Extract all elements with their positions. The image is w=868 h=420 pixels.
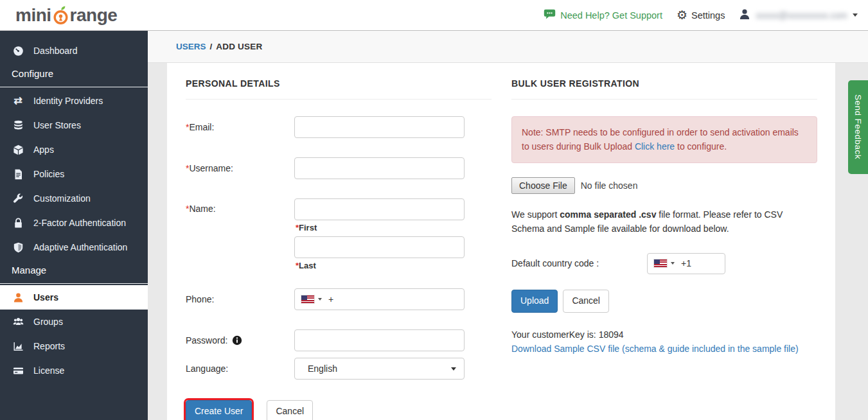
gear-icon: ⚙ <box>677 9 687 21</box>
country-code-value: +1 <box>681 258 691 268</box>
miniorange-logo[interactable]: mini range <box>15 5 117 26</box>
sidebar-item-2fa[interactable]: 2-Factor Authentication <box>0 211 148 235</box>
sidebar-item-policies[interactable]: Policies <box>0 162 148 186</box>
email-label: *Email: <box>186 122 294 132</box>
header-actions: Need Help? Get Support ⚙ Settings xxxxx@… <box>544 8 858 22</box>
cube-icon <box>12 144 24 155</box>
logo-text-range: range <box>70 5 118 26</box>
caret-down-icon <box>451 367 456 371</box>
country-code-select[interactable]: +1 <box>647 253 725 274</box>
country-code-row: Default country code : +1 <box>511 253 817 274</box>
form-actions: Create User Cancel <box>186 400 492 420</box>
password-input[interactable] <box>294 329 465 351</box>
sidebar-item-identity-providers[interactable]: ⇄ Identity Providers <box>0 89 148 113</box>
language-select[interactable]: English <box>294 358 465 380</box>
username-row: *Username: <box>186 157 492 179</box>
shield-icon <box>12 242 24 253</box>
sidebar-section-manage: Manage <box>0 259 148 284</box>
username-label: *Username: <box>186 163 294 173</box>
main-panel: PERSONAL DETAILS *Email: *Username: *Nam… <box>167 63 835 420</box>
info-icon[interactable] <box>232 335 242 346</box>
username-input[interactable] <box>294 157 465 179</box>
exchange-arrows-icon: ⇄ <box>12 96 24 106</box>
database-icon <box>12 120 24 131</box>
language-selected-value: English <box>308 363 337 374</box>
personal-details-section: PERSONAL DETAILS *Email: *Username: *Nam… <box>186 78 492 420</box>
miniorange-keyhole-icon <box>52 6 69 25</box>
download-sample-csv-link[interactable]: Download Sample CSV file (schema & guide… <box>511 344 799 354</box>
phone-row: Phone: + <box>186 288 492 310</box>
users-group-icon <box>12 317 24 328</box>
chart-icon <box>12 341 24 352</box>
need-help-link[interactable]: Need Help? Get Support <box>544 9 662 22</box>
document-icon <box>12 169 24 180</box>
bulk-registration-title: BULK USER REGISTRATION <box>511 78 817 100</box>
us-flag-icon <box>654 259 667 267</box>
caret-down-icon <box>853 13 858 17</box>
first-name-input[interactable] <box>294 198 465 220</box>
cancel-button[interactable]: Cancel <box>267 400 313 420</box>
us-flag-icon <box>301 295 314 303</box>
top-header: mini range Need Help? Get Support <box>0 0 868 31</box>
password-row: Password: <box>186 329 492 351</box>
send-feedback-button[interactable]: Send Feedback <box>848 80 868 174</box>
upload-button[interactable]: Upload <box>511 290 558 313</box>
sidebar-item-users[interactable]: Users <box>0 285 148 310</box>
sidebar-item-dashboard[interactable]: Dashboard <box>0 39 148 63</box>
user-icon <box>12 292 24 303</box>
last-name-input[interactable] <box>294 236 465 258</box>
phone-input[interactable]: + <box>294 288 465 310</box>
phone-prefix: + <box>328 294 333 304</box>
chat-bubble-icon <box>544 9 556 22</box>
name-label: *Name: <box>186 198 294 214</box>
bulk-actions: Upload Cancel <box>511 290 817 313</box>
sidebar-item-reports[interactable]: Reports <box>0 334 148 358</box>
click-here-link[interactable]: Click here <box>635 141 675 152</box>
password-label: Password: <box>186 335 294 346</box>
breadcrumb-users-link[interactable]: USERS <box>176 42 206 51</box>
breadcrumb-separator: / <box>210 42 213 51</box>
smtp-alert: Note: SMTP needs to be configured in ord… <box>511 116 817 163</box>
sidebar-item-adaptive-auth[interactable]: Adaptive Authentication <box>0 235 148 259</box>
account-menu[interactable]: xxxxx@xxxxxxxxx.com <box>739 8 858 22</box>
name-row: *Name: *First *Last <box>186 198 492 274</box>
language-label: Language: <box>186 363 294 374</box>
sidebar-item-groups[interactable]: Groups <box>0 310 148 334</box>
settings-label: Settings <box>691 10 725 21</box>
sidebar-item-customization[interactable]: Customization <box>0 186 148 211</box>
license-card-icon <box>12 365 24 376</box>
email-input[interactable] <box>294 116 465 138</box>
file-upload-row: Choose File No file chosen <box>511 177 817 194</box>
sidebar-item-apps[interactable]: Apps <box>0 137 148 162</box>
sidebar-nav: Dashboard Configure ⇄ Identity Providers… <box>0 31 148 420</box>
person-icon <box>739 8 750 22</box>
speedometer-icon <box>12 46 24 57</box>
country-code-label: Default country code : <box>511 258 647 268</box>
need-help-label: Need Help? Get Support <box>560 10 662 21</box>
first-name-label: *First <box>296 223 465 232</box>
caret-down-icon <box>671 262 675 265</box>
settings-link[interactable]: ⚙ Settings <box>677 9 725 21</box>
lock-icon <box>12 218 24 229</box>
create-user-button[interactable]: Create User <box>186 400 252 420</box>
no-file-chosen-text: No file chosen <box>581 180 638 191</box>
customer-key-text: Your customerKey is: 18094 <box>511 329 817 340</box>
bulk-cancel-button[interactable]: Cancel <box>563 290 609 313</box>
csv-support-text: We support comma separated .csv file for… <box>511 208 808 236</box>
sidebar-item-license[interactable]: License <box>0 358 148 383</box>
breadcrumb-current: ADD USER <box>216 42 262 51</box>
breadcrumb: USERS / ADD USER <box>148 31 868 63</box>
sidebar-section-configure: Configure <box>0 63 148 87</box>
choose-file-button[interactable]: Choose File <box>511 177 575 194</box>
logo-text-mini: mini <box>15 5 51 26</box>
bulk-registration-section: BULK USER REGISTRATION Note: SMTP needs … <box>511 78 817 354</box>
user-email-redacted: xxxxx@xxxxxxxxx.com <box>756 10 847 21</box>
wrench-icon <box>12 193 24 204</box>
personal-details-title: PERSONAL DETAILS <box>186 78 492 100</box>
caret-down-icon <box>318 298 322 301</box>
sidebar-item-user-stores[interactable]: User Stores <box>0 113 148 137</box>
name-fields: *First *Last <box>294 198 465 274</box>
email-row: *Email: <box>186 116 492 138</box>
phone-label: Phone: <box>186 294 294 304</box>
last-name-label: *Last <box>296 261 465 270</box>
